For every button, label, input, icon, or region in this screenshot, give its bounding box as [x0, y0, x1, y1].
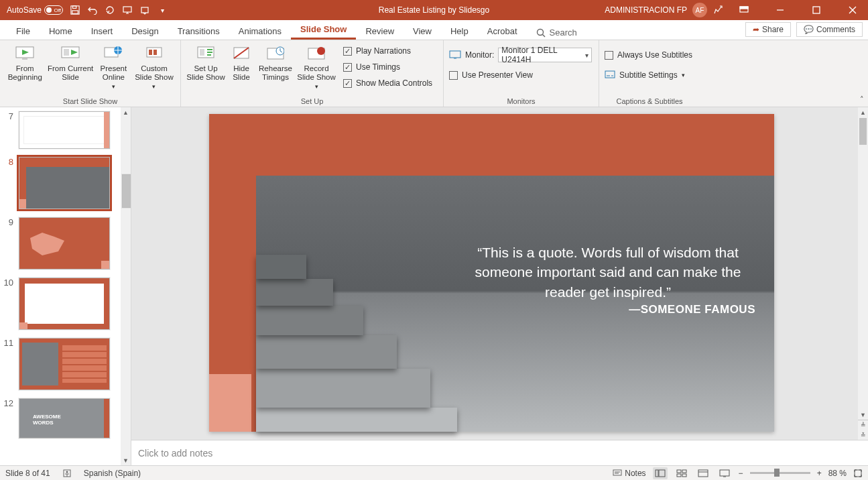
redo-icon[interactable]	[105, 5, 115, 15]
present-online-button[interactable]: Present Online▾	[97, 43, 131, 91]
close-button[interactable]	[837, 0, 868, 20]
tab-animations[interactable]: Animations	[229, 22, 291, 40]
maximize-button[interactable]	[801, 0, 832, 20]
show-media-controls-checkbox[interactable]: ✓Show Media Controls	[343, 75, 432, 91]
slide-counter: Slide 8 of 41	[5, 469, 50, 478]
svg-rect-42	[656, 470, 658, 477]
record-slide-show-button[interactable]: Record Slide Show▾	[296, 43, 336, 91]
tab-view[interactable]: View	[404, 22, 441, 40]
subtitle-settings-button[interactable]: Subtitle Settings▾	[605, 67, 685, 83]
play-narrations-checkbox[interactable]: ✓Play Narrations	[343, 43, 432, 59]
qat-customize-icon[interactable]: ▾	[157, 5, 168, 15]
zoom-slider[interactable]	[750, 472, 810, 474]
zoom-out-button[interactable]: −	[739, 469, 743, 478]
scroll-up-icon[interactable]: ▲	[121, 107, 131, 117]
svg-rect-39	[613, 470, 621, 475]
monitor-icon	[449, 50, 461, 60]
accessibility-icon[interactable]	[62, 469, 72, 478]
tab-home[interactable]: Home	[40, 22, 82, 40]
tab-design[interactable]: Design	[122, 22, 168, 40]
custom-slide-show-button[interactable]: Custom Slide Show▾	[133, 43, 175, 91]
scroll-down-icon[interactable]: ▼	[121, 455, 131, 465]
group-label-monitors: Monitors	[449, 97, 593, 107]
slideshow-view-icon[interactable]	[717, 467, 732, 479]
slide-thumb-7[interactable]: 7	[0, 107, 121, 153]
coming-soon-icon[interactable]	[712, 5, 723, 15]
tab-review[interactable]: Review	[356, 22, 404, 40]
minimize-button[interactable]	[765, 0, 796, 20]
notes-toggle[interactable]: Notes	[613, 469, 645, 478]
svg-rect-50	[720, 470, 729, 476]
scroll-up-icon[interactable]: ▲	[858, 107, 868, 117]
svg-rect-2	[72, 11, 78, 13]
slide-sorter-view-icon[interactable]	[674, 467, 689, 479]
tab-transitions[interactable]: Transitions	[168, 22, 229, 40]
play-icon	[14, 44, 36, 63]
tab-acrobat[interactable]: Acrobat	[478, 22, 527, 40]
slide-thumb-9[interactable]: 9	[0, 213, 121, 274]
tab-insert[interactable]: Insert	[82, 22, 123, 40]
zoom-in-button[interactable]: +	[817, 469, 822, 478]
comment-icon: 💬	[804, 25, 814, 34]
title-bar: AutoSave Off ▾ Real Estate Listing by Sl…	[0, 0, 868, 20]
autosave-toggle[interactable]: AutoSave Off	[7, 5, 63, 15]
slide-thumb-10[interactable]: 10	[0, 274, 121, 334]
svg-rect-6	[740, 7, 748, 9]
tell-me-search[interactable]: Search	[527, 27, 586, 40]
save-icon[interactable]	[70, 5, 80, 15]
undo-icon[interactable]	[87, 5, 98, 15]
tab-slide-show[interactable]: Slide Show	[291, 20, 356, 40]
slide-quote-text[interactable]: “This is a quote. Words full of wisdom t…	[460, 243, 755, 302]
slide-thumb-12[interactable]: 12 AWESOMEWORDS	[0, 394, 121, 442]
hide-slide-button[interactable]: Hide Slide	[228, 43, 255, 82]
monitor-select[interactable]: Monitor 1 DELL U2414H	[498, 48, 592, 62]
document-title: Real Estate Listing by Slidesgo	[379, 5, 489, 15]
svg-rect-47	[682, 474, 686, 477]
reading-view-icon[interactable]	[696, 467, 710, 479]
share-button[interactable]: ➦Share	[745, 22, 791, 37]
user-name: ADMINISTRACION FP	[605, 5, 687, 15]
hide-slide-icon	[231, 44, 252, 63]
tab-help[interactable]: Help	[441, 22, 478, 40]
use-timings-checkbox[interactable]: ✓Use Timings	[343, 59, 432, 75]
group-label-captions: Captions & Subtitles	[605, 97, 694, 107]
slide-canvas[interactable]: “This is a quote. Words full of wisdom t…	[209, 114, 774, 432]
use-presenter-view-checkbox[interactable]: Use Presenter View	[449, 67, 533, 83]
svg-rect-34	[605, 71, 615, 78]
present-from-start-icon[interactable]	[122, 5, 133, 15]
monitor-label: Monitor:	[465, 50, 494, 60]
subtitle-icon	[605, 70, 615, 80]
set-up-slide-show-button[interactable]: Set Up Slide Show	[186, 43, 225, 82]
language-status[interactable]: Spanish (Spain)	[84, 469, 141, 478]
zoom-level[interactable]: 88 %	[828, 469, 847, 478]
slide-thumb-8[interactable]: 8	[0, 153, 121, 213]
user-avatar[interactable]: AF	[692, 3, 707, 17]
editor-scrollbar[interactable]: ▲ ▼ ≜ ≛	[858, 107, 868, 440]
collapse-ribbon-icon[interactable]: ˄	[860, 95, 864, 104]
from-current-slide-button[interactable]: From Current Slide	[47, 43, 93, 82]
thumbnails-scrollbar[interactable]: ▲ ▼	[121, 107, 131, 465]
always-use-subtitles-checkbox[interactable]: Always Use Subtitles	[605, 47, 692, 63]
notes-pane[interactable]: Click to add notes	[131, 440, 868, 465]
svg-rect-43	[659, 470, 665, 477]
custom-show-icon	[143, 44, 165, 63]
svg-point-31	[317, 47, 325, 55]
svg-rect-23	[153, 50, 157, 55]
ribbon-display-icon[interactable]	[729, 0, 759, 20]
scroll-down-icon[interactable]: ▼	[858, 410, 868, 420]
next-slide-icon[interactable]: ≛	[858, 430, 868, 440]
fit-to-window-icon[interactable]	[853, 469, 863, 478]
qat-more-icon[interactable]	[139, 5, 150, 15]
tab-file[interactable]: File	[7, 22, 40, 40]
svg-rect-17	[64, 49, 69, 56]
slide-thumb-11[interactable]: 11	[0, 334, 121, 394]
comments-button[interactable]: 💬Comments	[796, 22, 863, 37]
clock-icon	[265, 44, 286, 63]
from-beginning-button[interactable]: From Beginning	[5, 43, 44, 82]
normal-view-icon[interactable]	[653, 467, 668, 479]
group-label-start: Start Slide Show	[5, 97, 175, 107]
ribbon: From Beginning From Current Slide Presen…	[0, 40, 868, 107]
rehearse-timings-button[interactable]: Rehearse Timings	[257, 43, 294, 82]
slide-author-text[interactable]: —SOMEONE FAMOUS	[460, 303, 755, 316]
prev-slide-icon[interactable]: ≜	[858, 420, 868, 430]
